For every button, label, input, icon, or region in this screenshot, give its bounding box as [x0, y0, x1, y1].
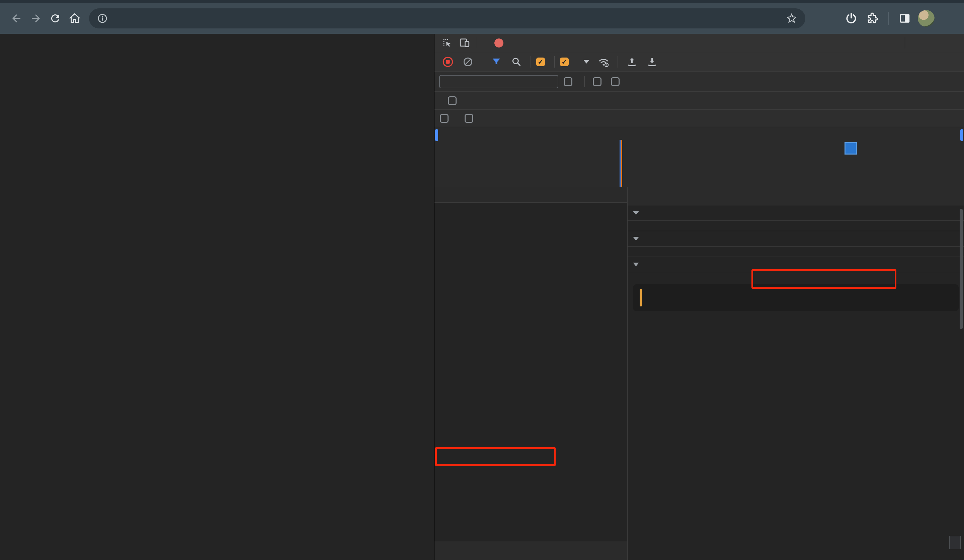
network-conditions-icon: [598, 56, 609, 68]
divider: [585, 76, 585, 87]
devtools-settings-button[interactable]: [908, 35, 925, 51]
name-column-header[interactable]: [435, 187, 627, 203]
back-button-tooltip: [949, 536, 961, 549]
warning-accent-bar: [640, 289, 642, 307]
power-icon: [845, 12, 858, 25]
device-toolbar-button[interactable]: [456, 35, 473, 51]
download-icon: [646, 57, 657, 67]
filter-input[interactable]: [439, 75, 559, 88]
checkbox-icon: [611, 77, 620, 86]
divider: [617, 56, 618, 68]
network-overview-timeline[interactable]: [435, 127, 964, 187]
avatar: [918, 10, 935, 27]
clear-network-log-button[interactable]: [459, 54, 477, 70]
devtools-tabbar: [435, 34, 964, 52]
forward-button[interactable]: [26, 9, 46, 28]
page-title: [0, 34, 434, 167]
hide-data-urls-checkbox[interactable]: [593, 77, 606, 86]
clear-icon: [462, 57, 473, 67]
toolbar-right-cluster: [842, 9, 957, 28]
invert-checkbox[interactable]: [564, 77, 576, 86]
overview-left-grip[interactable]: [435, 129, 438, 141]
third-party-requests-checkbox[interactable]: [464, 114, 477, 123]
url-bar[interactable]: [89, 8, 805, 28]
import-har-button[interactable]: [623, 54, 641, 70]
general-section-body: [628, 221, 964, 231]
reload-button[interactable]: [46, 9, 65, 28]
network-settings-button[interactable]: [942, 54, 959, 70]
side-panel-button[interactable]: [895, 9, 914, 28]
reload-icon: [49, 12, 61, 24]
divider: [905, 37, 905, 49]
home-icon: [68, 12, 81, 24]
cocktail-card: [258, 227, 358, 246]
network-toolbar: [435, 52, 964, 71]
site-info-icon[interactable]: [97, 13, 108, 24]
record-icon: [442, 56, 454, 68]
browser-menu-button[interactable]: [938, 9, 957, 28]
extensions-button[interactable]: [863, 9, 882, 28]
request-filter-row: [435, 110, 964, 127]
checkbox-icon: [536, 58, 545, 66]
throttling-select[interactable]: [575, 60, 592, 63]
issue-badges[interactable]: [494, 39, 513, 47]
overview-right-grip[interactable]: [960, 129, 963, 141]
side-panel-icon: [898, 12, 911, 25]
filter-toggle-button[interactable]: [488, 54, 505, 70]
chevron-down-icon: [583, 60, 589, 63]
details-close-button[interactable]: [628, 187, 647, 205]
response-headers-section-body: [628, 247, 964, 257]
inspect-element-button[interactable]: [438, 35, 456, 51]
forward-icon: [30, 12, 42, 24]
bookmark-star-button[interactable]: [786, 13, 797, 24]
back-icon: [10, 12, 23, 24]
checkbox-icon: [564, 77, 572, 86]
extension-power-button[interactable]: [842, 9, 861, 28]
screenshot-root: [0, 0, 964, 560]
request-list: [435, 203, 627, 541]
headers-content: [628, 205, 964, 560]
divider: [531, 56, 531, 68]
toolbar-divider: [888, 12, 889, 25]
profile-button[interactable]: [917, 9, 936, 28]
preserve-log-checkbox[interactable]: [536, 58, 549, 66]
section-header-response-headers[interactable]: [628, 231, 964, 247]
back-button[interactable]: [7, 9, 26, 28]
record-network-log-button[interactable]: [439, 54, 457, 70]
details-scrollbar-thumb[interactable]: [960, 209, 962, 329]
request-table: [435, 187, 628, 560]
bookmark-star-icon: [786, 13, 797, 24]
screenshot-marker[interactable]: [845, 142, 857, 154]
devtools-menu-button[interactable]: [925, 35, 943, 51]
devtools-close-button[interactable]: [943, 35, 960, 51]
puzzle-icon: [866, 12, 879, 25]
disclosure-triangle-icon: [633, 263, 639, 266]
provisional-headers-warning: [633, 284, 959, 311]
checkbox-icon: [448, 96, 457, 105]
disable-cache-checkbox[interactable]: [560, 58, 573, 66]
browser-toolbar: [0, 3, 964, 34]
blocked-response-cookies-checkbox[interactable]: [448, 96, 461, 105]
search-icon: [511, 57, 522, 67]
checkbox-icon: [560, 58, 569, 66]
network-search-button[interactable]: [508, 54, 525, 70]
network-main-area: [435, 187, 964, 560]
cocktail-card: [102, 227, 202, 246]
network-filter-row: [435, 71, 964, 92]
blocked-requests-checkbox[interactable]: [440, 114, 453, 123]
network-conditions-button[interactable]: [595, 54, 612, 70]
hide-extension-urls-checkbox[interactable]: [611, 77, 624, 86]
checkbox-icon: [593, 77, 601, 86]
load-event-line: [621, 140, 622, 187]
devtools-panel: [434, 34, 964, 560]
home-button[interactable]: [65, 9, 84, 28]
section-header-general[interactable]: [628, 205, 964, 221]
window-top-strip: [0, 0, 964, 3]
export-har-button[interactable]: [643, 54, 661, 70]
section-header-request-headers[interactable]: [628, 257, 964, 272]
funnel-icon: [491, 57, 502, 67]
request-headers-section-body: [628, 284, 964, 322]
error-icon: [494, 39, 503, 47]
disclosure-triangle-icon: [633, 211, 639, 215]
inspect-cursor-icon: [441, 37, 453, 49]
